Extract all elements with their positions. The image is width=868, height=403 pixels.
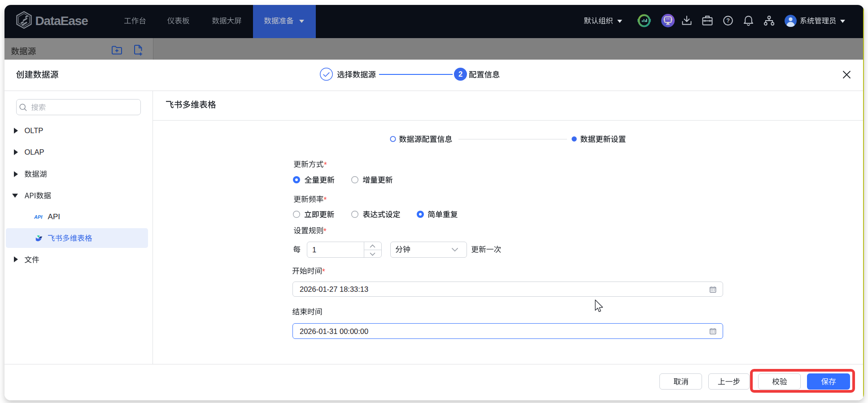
svg-text:API: API <box>34 214 43 220</box>
svg-text:?: ? <box>726 17 730 24</box>
